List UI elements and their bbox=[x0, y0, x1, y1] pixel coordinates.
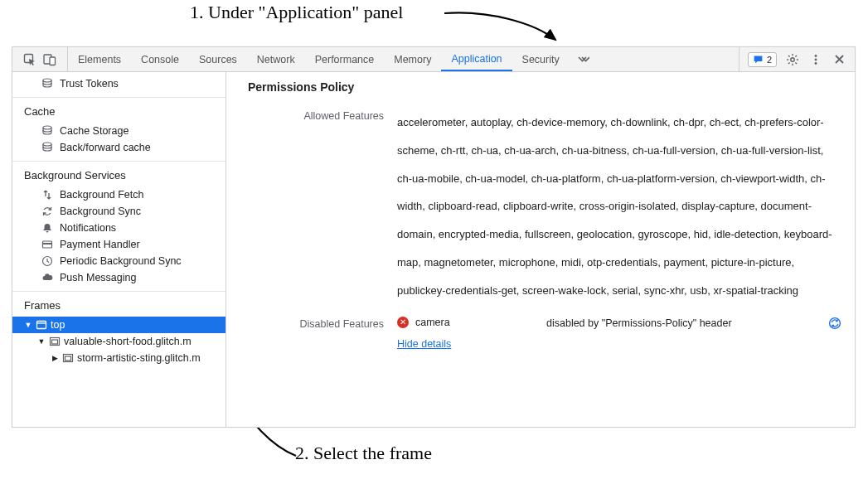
tree-label: storm-artistic-sting.glitch.m bbox=[77, 352, 201, 364]
transfer-icon bbox=[41, 189, 53, 201]
allowed-features-value: accelerometer, autoplay, ch-device-memor… bbox=[397, 109, 841, 305]
main-panel: Permissions Policy Allowed Features acce… bbox=[226, 72, 855, 427]
svg-line-9 bbox=[795, 62, 797, 64]
database-icon bbox=[41, 78, 53, 90]
caret-right-icon: ▶ bbox=[51, 354, 59, 362]
hide-details-link[interactable]: Hide details bbox=[397, 338, 451, 350]
svg-point-16 bbox=[43, 126, 51, 129]
frames-tree: ▼ top ▼ valuable-short-food.glitch.m ▶ s… bbox=[12, 317, 225, 366]
svg-point-13 bbox=[815, 58, 817, 60]
sidebar-item-bf-cache[interactable]: Back/forward cache bbox=[12, 139, 225, 156]
cloud-icon bbox=[41, 272, 53, 283]
tab-memory[interactable]: Memory bbox=[384, 47, 441, 71]
svg-line-11 bbox=[795, 56, 797, 57]
sidebar-item-payment-handler[interactable]: Payment Handler bbox=[12, 236, 225, 253]
svg-point-12 bbox=[815, 55, 817, 57]
device-toggle-icon[interactable] bbox=[42, 52, 57, 67]
sidebar-header-frames: Frames bbox=[12, 293, 225, 317]
messages-count: 2 bbox=[767, 55, 772, 65]
sidebar-label: Notifications bbox=[60, 222, 116, 234]
sync-icon bbox=[41, 206, 53, 217]
annotation-bottom: 2. Select the frame bbox=[295, 443, 432, 464]
iframe-icon bbox=[49, 336, 61, 347]
bell-icon bbox=[41, 222, 53, 234]
caret-down-icon: ▼ bbox=[24, 321, 32, 329]
sidebar-item-trust-tokens[interactable]: Trust Tokens bbox=[12, 75, 225, 92]
tab-network[interactable]: Network bbox=[247, 47, 305, 71]
tab-security[interactable]: Security bbox=[512, 47, 570, 71]
svg-line-8 bbox=[788, 56, 790, 57]
sidebar-item-push-messaging[interactable]: Push Messaging bbox=[12, 269, 225, 286]
database-icon bbox=[41, 142, 53, 153]
svg-rect-2 bbox=[50, 57, 56, 65]
reload-icon[interactable] bbox=[828, 317, 841, 330]
sidebar-label: Background Fetch bbox=[60, 189, 143, 201]
sidebar-label: Background Sync bbox=[60, 206, 141, 217]
tree-row-child[interactable]: ▶ storm-artistic-sting.glitch.m bbox=[12, 350, 225, 366]
database-icon bbox=[41, 125, 53, 137]
sidebar-label: Push Messaging bbox=[60, 272, 136, 283]
card-icon bbox=[41, 239, 53, 250]
section-title: Permissions Policy bbox=[248, 80, 841, 94]
annotation-top: 1. Under "Application" panel bbox=[190, 2, 403, 23]
tab-sources[interactable]: Sources bbox=[189, 47, 247, 71]
tabstrip: Elements Console Sources Network Perform… bbox=[12, 47, 855, 72]
tab-performance[interactable]: Performance bbox=[305, 47, 385, 71]
sidebar-label: Trust Tokens bbox=[60, 78, 119, 90]
svg-rect-19 bbox=[43, 243, 52, 244]
sidebar-label: Payment Handler bbox=[60, 239, 140, 250]
svg-rect-26 bbox=[65, 356, 71, 361]
tree-row-child[interactable]: ▼ valuable-short-food.glitch.m bbox=[12, 333, 225, 350]
disabled-feature-reason: disabled by "Permissions-Policy" header bbox=[546, 317, 822, 329]
svg-rect-24 bbox=[52, 340, 58, 344]
window-icon bbox=[36, 319, 47, 331]
tree-label: top bbox=[51, 319, 65, 331]
svg-rect-21 bbox=[37, 322, 46, 329]
tab-elements[interactable]: Elements bbox=[68, 47, 131, 71]
arrow-top bbox=[439, 8, 572, 50]
sidebar-item-periodic-sync[interactable]: Periodic Background Sync bbox=[12, 253, 225, 269]
sidebar-label: Back/forward cache bbox=[60, 142, 151, 153]
sidebar: Trust Tokens Cache Cache Storage Back/fo… bbox=[12, 72, 226, 427]
caret-down-icon: ▼ bbox=[37, 337, 46, 346]
tree-label: valuable-short-food.glitch.m bbox=[64, 336, 192, 347]
sidebar-header-bg: Background Services bbox=[12, 163, 225, 186]
iframe-icon bbox=[62, 352, 74, 364]
kebab-icon[interactable] bbox=[808, 52, 823, 67]
close-icon[interactable] bbox=[832, 52, 846, 67]
more-tabs-icon[interactable] bbox=[570, 47, 598, 71]
error-icon: ✕ bbox=[397, 317, 409, 328]
messages-badge[interactable]: 2 bbox=[748, 52, 777, 67]
disabled-feature-name: camera bbox=[415, 317, 450, 328]
svg-point-3 bbox=[791, 57, 794, 60]
svg-point-14 bbox=[815, 62, 817, 65]
sidebar-item-bg-fetch[interactable]: Background Fetch bbox=[12, 186, 225, 203]
svg-point-17 bbox=[43, 143, 51, 146]
tab-application[interactable]: Application bbox=[441, 47, 512, 71]
devtools-window: Elements Console Sources Network Perform… bbox=[12, 46, 856, 428]
gear-icon[interactable] bbox=[785, 52, 800, 67]
sidebar-header-cache: Cache bbox=[12, 99, 225, 123]
tree-row-top[interactable]: ▼ top bbox=[12, 317, 225, 333]
tab-console[interactable]: Console bbox=[131, 47, 189, 71]
sidebar-label: Cache Storage bbox=[60, 125, 129, 137]
message-icon bbox=[753, 54, 764, 65]
sidebar-item-bg-sync[interactable]: Background Sync bbox=[12, 203, 225, 220]
inspect-icon[interactable] bbox=[22, 52, 37, 67]
sidebar-item-notifications[interactable]: Notifications bbox=[12, 220, 225, 236]
clock-icon bbox=[41, 255, 53, 267]
sidebar-label: Periodic Background Sync bbox=[60, 255, 182, 267]
tabs-container: Elements Console Sources Network Perform… bbox=[68, 47, 739, 71]
svg-line-10 bbox=[788, 62, 790, 64]
allowed-features-label: Allowed Features bbox=[248, 109, 397, 305]
disabled-features-label: Disabled Features bbox=[248, 317, 397, 330]
sidebar-item-cache-storage[interactable]: Cache Storage bbox=[12, 123, 225, 139]
svg-point-15 bbox=[43, 79, 51, 82]
